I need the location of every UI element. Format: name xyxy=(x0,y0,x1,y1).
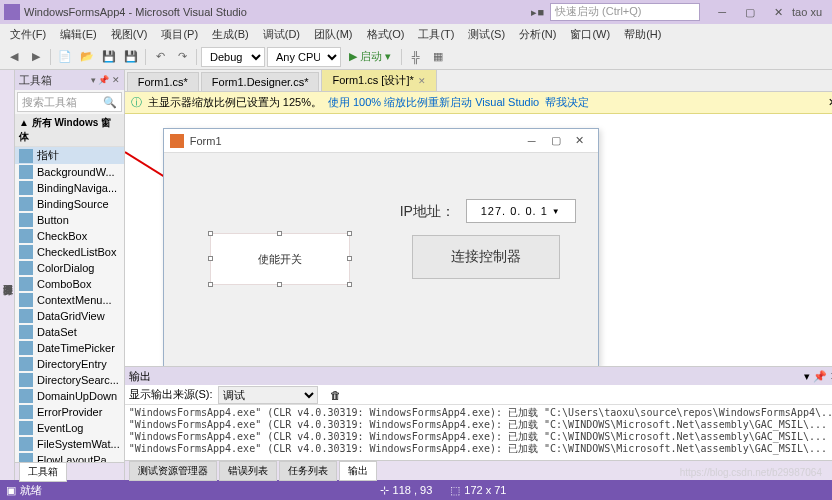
form-min-button[interactable]: ─ xyxy=(520,135,544,147)
align-button[interactable]: ╬ xyxy=(406,47,426,67)
toolbox-item[interactable]: DataSet xyxy=(15,324,124,340)
menu-test[interactable]: 测试(S) xyxy=(462,25,511,44)
menu-format[interactable]: 格式(O) xyxy=(361,25,411,44)
control-icon xyxy=(19,325,33,339)
pin-icon[interactable]: ▾ 📌 ✕ xyxy=(91,75,120,85)
vs-logo-icon xyxy=(4,4,20,20)
control-icon xyxy=(19,341,33,355)
status-bar: ▣ 就绪 ⊹ 118 , 93 ⬚ 172 x 71 xyxy=(0,480,832,500)
toolbox-item[interactable]: CheckBox xyxy=(15,228,124,244)
nav-fwd-button[interactable]: ▶ xyxy=(26,47,46,67)
toolbox-item[interactable]: FlowLayoutPa... xyxy=(15,452,124,462)
connect-button[interactable]: 连接控制器 xyxy=(412,235,560,279)
menu-file[interactable]: 文件(F) xyxy=(4,25,52,44)
toolbox-item[interactable]: DirectoryEntry xyxy=(15,356,124,372)
output-text[interactable]: "WindowsFormsApp4.exe" (CLR v4.0.30319: … xyxy=(125,405,832,460)
control-icon xyxy=(19,373,33,387)
ip-address-field[interactable]: 127. 0. 0. 1 ▼ xyxy=(466,199,576,223)
config-select[interactable]: Debug xyxy=(201,47,265,67)
toolbox-item[interactable]: EventLog xyxy=(15,420,124,436)
menu-view[interactable]: 视图(V) xyxy=(105,25,154,44)
nav-back-button[interactable]: ◀ xyxy=(4,47,24,67)
menu-debug[interactable]: 调试(D) xyxy=(257,25,306,44)
flag-icon[interactable]: ▸■ xyxy=(531,6,544,19)
toolbox-item[interactable]: BindingNaviga... xyxy=(15,180,124,196)
drive-switch-control[interactable]: 使能开关 xyxy=(210,233,350,285)
start-debug-button[interactable]: ▶ 启动 ▾ xyxy=(343,49,397,64)
output-source-select[interactable]: 调试 xyxy=(218,386,318,404)
quick-launch-input[interactable]: 快速启动 (Ctrl+Q) xyxy=(550,3,700,21)
undo-button[interactable]: ↶ xyxy=(150,47,170,67)
open-button[interactable]: 📂 xyxy=(77,47,97,67)
toolbox-item[interactable]: CheckedListBox xyxy=(15,244,124,260)
save-all-button[interactable]: 💾 xyxy=(121,47,141,67)
document-tab[interactable]: Form1.cs* xyxy=(127,72,199,91)
platform-select[interactable]: Any CPU xyxy=(267,47,341,67)
toolbox-item[interactable]: 指针 xyxy=(15,147,124,164)
menu-help[interactable]: 帮助(H) xyxy=(618,25,667,44)
menu-project[interactable]: 项目(P) xyxy=(155,25,204,44)
toolbox-item[interactable]: ComboBox xyxy=(15,276,124,292)
server-explorer-well[interactable]: 服务器资源管理器 xyxy=(0,70,15,480)
output-pin-icon[interactable]: ▾ 📌 ✕ xyxy=(804,370,832,383)
toolbox-item[interactable]: BindingSource xyxy=(15,196,124,212)
toolbox-tab[interactable]: 工具箱 xyxy=(19,462,67,482)
form-designer[interactable]: Form1 ─ ▢ ✕ 使能开关 IP地址： 127. 0. 0. 1 ▼ 连接… xyxy=(125,114,832,366)
toolbox-item[interactable]: ContextMenu... xyxy=(15,292,124,308)
control-icon xyxy=(19,293,33,307)
toolbox-item[interactable]: DirectorySearc... xyxy=(15,372,124,388)
tool-tab[interactable]: 输出 xyxy=(339,461,377,481)
toolbox-item[interactable]: FileSystemWat... xyxy=(15,436,124,452)
toolbox-item[interactable]: DataGridView xyxy=(15,308,124,324)
form1-title: Form1 xyxy=(190,135,520,147)
form1-titlebar: Form1 ─ ▢ ✕ xyxy=(164,129,598,153)
toolbox-search[interactable]: 搜索工具箱 🔍 xyxy=(17,92,122,112)
document-tab[interactable]: Form1.cs [设计]*✕ xyxy=(321,69,436,91)
document-tab[interactable]: Form1.Designer.cs* xyxy=(201,72,320,91)
tool-tab[interactable]: 错误列表 xyxy=(219,461,277,481)
toolbox-item[interactable]: BackgroundW... xyxy=(15,164,124,180)
toolbox-header: 工具箱 ▾ 📌 ✕ xyxy=(15,70,124,90)
layout-button[interactable]: ▦ xyxy=(428,47,448,67)
menu-build[interactable]: 生成(B) xyxy=(206,25,255,44)
save-button[interactable]: 💾 xyxy=(99,47,119,67)
new-project-button[interactable]: 📄 xyxy=(55,47,75,67)
menu-edit[interactable]: 编辑(E) xyxy=(54,25,103,44)
close-button[interactable]: ✕ xyxy=(764,3,792,21)
menu-team[interactable]: 团队(M) xyxy=(308,25,359,44)
window-titlebar: WindowsFormsApp4 - Microsoft Visual Stud… xyxy=(0,0,832,24)
toolbox-item[interactable]: Button xyxy=(15,212,124,228)
control-icon xyxy=(19,389,33,403)
toolbox-item[interactable]: ColorDialog xyxy=(15,260,124,276)
tool-tab[interactable]: 任务列表 xyxy=(279,461,337,481)
close-icon[interactable]: ✕ xyxy=(418,76,426,86)
infobar-close[interactable]: ✕ xyxy=(828,96,832,109)
minimize-button[interactable]: ─ xyxy=(708,3,736,21)
restart-100-link[interactable]: 使用 100% 缩放比例重新启动 Visual Studio xyxy=(328,95,539,110)
control-icon xyxy=(19,181,33,195)
output-clear-button[interactable]: 🗑 xyxy=(330,389,341,401)
control-icon xyxy=(19,421,33,435)
toolbox-item[interactable]: ErrorProvider xyxy=(15,404,124,420)
form1-window[interactable]: Form1 ─ ▢ ✕ 使能开关 IP地址： 127. 0. 0. 1 ▼ 连接… xyxy=(163,128,599,366)
menu-window[interactable]: 窗口(W) xyxy=(564,25,616,44)
status-ready: ▣ 就绪 xyxy=(6,483,42,498)
help-decide-link[interactable]: 帮我决定 xyxy=(545,95,589,110)
menu-analyze[interactable]: 分析(N) xyxy=(513,25,562,44)
form-close-button[interactable]: ✕ xyxy=(568,134,592,147)
control-icon xyxy=(19,261,33,275)
toolbox-item[interactable]: DomainUpDown xyxy=(15,388,124,404)
toolbox-item[interactable]: DateTimePicker xyxy=(15,340,124,356)
menu-tools[interactable]: 工具(T) xyxy=(412,25,460,44)
control-icon xyxy=(19,437,33,451)
form-max-button[interactable]: ▢ xyxy=(544,134,568,147)
tool-tab[interactable]: 测试资源管理器 xyxy=(129,461,217,481)
form-icon xyxy=(170,134,184,148)
toolbox-category[interactable]: ▲ 所有 Windows 窗体 xyxy=(15,114,124,147)
ip-label: IP地址： xyxy=(400,203,455,221)
account-name[interactable]: tao xu xyxy=(792,6,822,18)
document-tabs: Form1.cs*Form1.Designer.cs*Form1.cs [设计]… xyxy=(125,70,832,92)
redo-button[interactable]: ↷ xyxy=(172,47,192,67)
control-icon xyxy=(19,213,33,227)
maximize-button[interactable]: ▢ xyxy=(736,3,764,21)
